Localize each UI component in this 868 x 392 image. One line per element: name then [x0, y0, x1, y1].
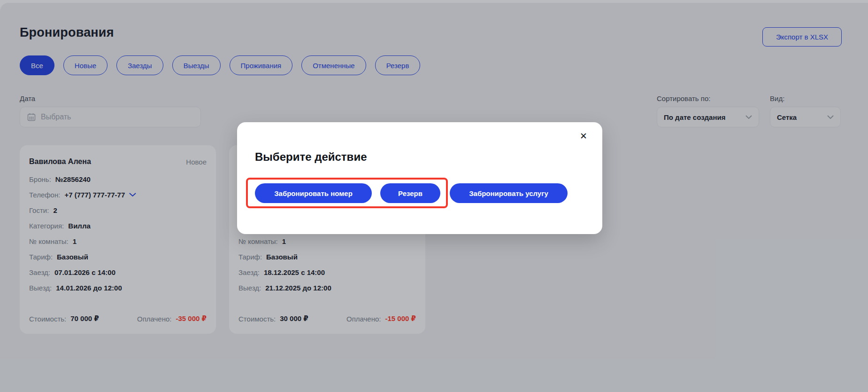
book-room-button[interactable]: Забронировать номер: [255, 183, 372, 203]
reserve-button[interactable]: Резерв: [380, 183, 440, 203]
book-service-button[interactable]: Забронировать услугу: [450, 183, 568, 203]
modal-title: Выберите действие: [255, 150, 367, 164]
choose-action-modal: ✕ Выберите действие Забронировать номер …: [237, 122, 602, 234]
close-icon[interactable]: ✕: [576, 129, 591, 144]
modal-actions: Забронировать номер Резерв Забронировать…: [255, 183, 568, 203]
